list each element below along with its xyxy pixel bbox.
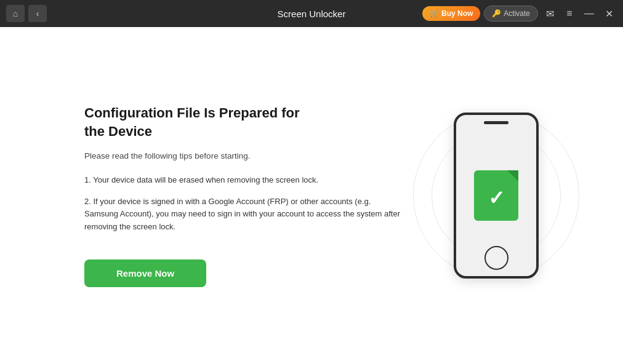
close-icon: ✕ [605,8,613,20]
activate-button[interactable]: 🔑 Activate [484,6,538,22]
text-section: Configuration File Is Prepared for the D… [84,104,404,287]
minimize-icon: — [584,8,594,19]
phone-illustration: ✓ [454,113,539,279]
checkmark-icon: ✓ [488,186,505,210]
phone-device: ✓ [454,113,539,279]
remove-now-button[interactable]: Remove Now [84,259,206,287]
tip-1: 1. Your device data will be erased when … [84,174,404,187]
page-title: Configuration File Is Prepared for the D… [84,104,404,140]
buy-now-label: Buy Now [441,9,473,18]
titlebar-left: ⌂ ‹ [6,5,47,22]
doc-corner [507,170,518,181]
titlebar: ⌂ ‹ Screen Unlocker 🛒 Buy Now 🔑 Activate… [0,0,623,27]
key-icon: 🔑 [492,9,501,18]
minimize-button[interactable]: — [581,6,597,22]
menu-icon: ≡ [566,8,572,19]
buy-now-button[interactable]: 🛒 Buy Now [422,6,480,21]
tip-2: 2. If your device is signed in with a Go… [84,196,404,234]
content-wrapper: Configuration File Is Prepared for the D… [34,104,589,287]
home-button[interactable]: ⌂ [6,5,25,22]
doc-body: ✓ [474,170,518,221]
subtitle-text: Please read the following tips before st… [84,150,404,162]
mail-icon: ✉ [546,8,554,20]
mail-button[interactable]: ✉ [542,6,558,22]
app-title: Screen Unlocker [278,9,346,19]
main-content: Configuration File Is Prepared for the D… [0,27,623,364]
document-icon: ✓ [474,170,518,221]
back-button[interactable]: ‹ [28,5,47,22]
menu-button[interactable]: ≡ [561,6,577,22]
home-icon: ⌂ [13,9,18,18]
cart-icon: 🛒 [430,9,439,18]
titlebar-right: 🛒 Buy Now 🔑 Activate ✉ ≡ — ✕ [422,6,617,22]
close-button[interactable]: ✕ [601,6,617,22]
back-icon: ‹ [36,9,39,18]
activate-label: Activate [504,9,530,18]
